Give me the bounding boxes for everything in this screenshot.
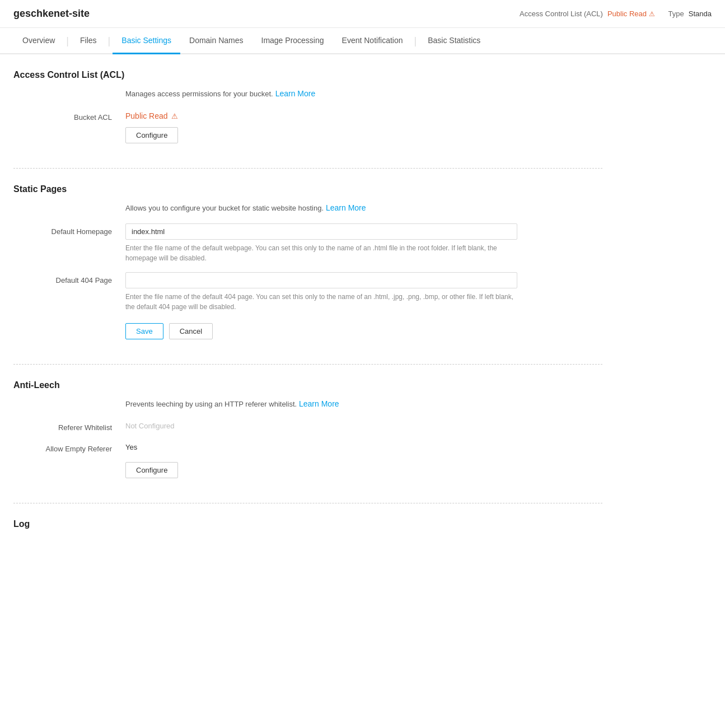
static-pages-desc: Allows you to configure your bucket for … xyxy=(125,204,324,212)
tab-basic-settings[interactable]: Basic Settings xyxy=(113,28,180,54)
tab-files[interactable]: Files xyxy=(71,28,106,54)
default-404-hint: Enter the file name of the default 404 p… xyxy=(125,292,517,312)
referer-whitelist-row: Referer Whitelist Not Configured xyxy=(13,419,602,432)
tab-separator-1: | xyxy=(66,36,69,46)
save-button[interactable]: Save xyxy=(125,323,163,339)
main-content: Access Control List (ACL) Manages access… xyxy=(0,54,616,529)
default-404-field-wrap: Enter the file name of the default 404 p… xyxy=(125,272,602,312)
static-pages-btn-row: Save Cancel xyxy=(125,323,213,339)
acl-section-title: Access Control List (ACL) xyxy=(13,70,602,80)
default-homepage-input[interactable] xyxy=(125,223,517,240)
acl-learn-more[interactable]: Learn More xyxy=(275,89,316,98)
default-homepage-label: Default Homepage xyxy=(13,223,125,236)
tab-separator-3: | xyxy=(414,36,417,46)
default-404-input[interactable] xyxy=(125,272,517,288)
anti-leech-configure-button[interactable]: Configure xyxy=(125,462,178,478)
log-section-title: Log xyxy=(13,519,602,529)
static-pages-desc-row: Allows you to configure your bucket for … xyxy=(125,203,602,212)
acl-desc-row: Manages access permissions for your buck… xyxy=(125,89,602,98)
allow-empty-referer-value-wrap: Yes xyxy=(125,441,602,451)
static-pages-title: Static Pages xyxy=(13,184,602,194)
warning-icon: ⚠ xyxy=(649,10,655,18)
allow-empty-referer-row: Allow Empty Referer Yes xyxy=(13,441,602,453)
page-title: geschkenet-site xyxy=(13,8,90,20)
bucket-acl-value: Public Read ⚠ xyxy=(125,109,602,120)
default-404-label: Default 404 Page xyxy=(13,272,125,284)
default-homepage-row: Default Homepage Enter the file name of … xyxy=(13,223,602,263)
page-header: geschkenet-site Access Control List (ACL… xyxy=(0,0,725,28)
bucket-acl-label: Bucket ACL xyxy=(13,109,125,122)
anti-leech-desc: Prevents leeching by using an HTTP refer… xyxy=(125,400,297,408)
static-pages-learn-more[interactable]: Learn More xyxy=(326,203,366,212)
referer-whitelist-value-wrap: Not Configured xyxy=(125,419,602,430)
bucket-acl-value-wrap: Public Read ⚠ Configure xyxy=(125,109,602,143)
tab-basic-statistics[interactable]: Basic Statistics xyxy=(419,28,489,54)
acl-section: Access Control List (ACL) Manages access… xyxy=(13,54,602,169)
header-meta: Access Control List (ACL) Public Read ⚠ … xyxy=(520,10,712,18)
acl-configure-button[interactable]: Configure xyxy=(125,127,178,143)
tab-domain-names[interactable]: Domain Names xyxy=(180,28,252,54)
default-homepage-hint: Enter the file name of the default webpa… xyxy=(125,243,517,263)
allow-empty-referer-label: Allow Empty Referer xyxy=(13,441,125,453)
tab-separator-2: | xyxy=(108,36,111,46)
static-pages-section: Static Pages Allows you to configure you… xyxy=(13,169,602,365)
tab-event-notification[interactable]: Event Notification xyxy=(333,28,412,54)
header-acl-value: Public Read ⚠ xyxy=(607,10,655,18)
header-type-value: Standa xyxy=(689,10,712,18)
acl-desc: Manages access permissions for your buck… xyxy=(125,90,273,98)
anti-leech-section: Anti-Leech Prevents leeching by using an… xyxy=(13,365,602,503)
tab-bar: Overview | Files | Basic Settings Domain… xyxy=(0,28,725,54)
tab-overview[interactable]: Overview xyxy=(13,28,64,54)
log-section: Log xyxy=(13,503,602,529)
referer-whitelist-value: Not Configured xyxy=(125,419,602,430)
anti-leech-title: Anti-Leech xyxy=(13,380,602,390)
header-type-label: Type xyxy=(668,10,684,18)
acl-warning-icon: ⚠ xyxy=(171,112,178,120)
header-acl-label: Access Control List (ACL) xyxy=(520,10,603,18)
tab-image-processing[interactable]: Image Processing xyxy=(252,28,333,54)
default-homepage-field-wrap: Enter the file name of the default webpa… xyxy=(125,223,602,263)
anti-leech-desc-row: Prevents leeching by using an HTTP refer… xyxy=(125,399,602,408)
anti-leech-buttons-row: Configure xyxy=(13,462,602,478)
anti-leech-learn-more[interactable]: Learn More xyxy=(299,399,339,408)
allow-empty-referer-value: Yes xyxy=(125,441,602,451)
default-404-row: Default 404 Page Enter the file name of … xyxy=(13,272,602,312)
acl-bucket-row: Bucket ACL Public Read ⚠ Configure xyxy=(13,109,602,143)
cancel-button[interactable]: Cancel xyxy=(169,323,213,339)
static-pages-buttons-row: Save Cancel xyxy=(13,321,602,339)
referer-whitelist-label: Referer Whitelist xyxy=(13,419,125,432)
